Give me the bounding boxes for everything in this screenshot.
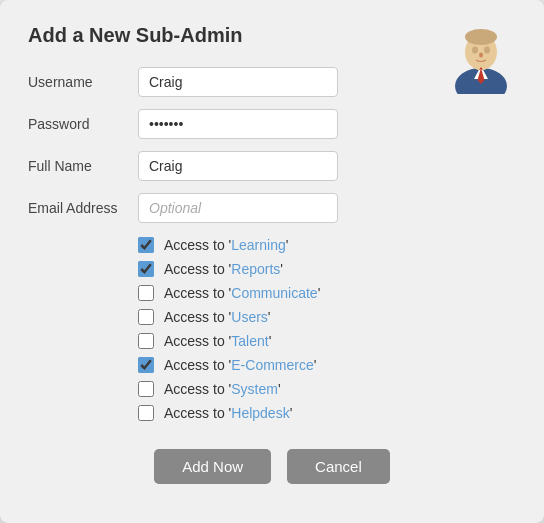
svg-point-5 <box>484 47 490 54</box>
email-row: Email Address <box>28 193 516 223</box>
checkbox-reports[interactable]: Access to 'Reports' <box>138 261 516 277</box>
checkbox-system[interactable]: Access to 'System' <box>138 381 516 397</box>
checkbox-reports-input[interactable] <box>138 261 154 277</box>
checkbox-ecommerce-input[interactable] <box>138 357 154 373</box>
checkbox-system-input[interactable] <box>138 381 154 397</box>
dialog-title: Add a New Sub-Admin <box>28 24 516 47</box>
checkbox-communicate[interactable]: Access to 'Communicate' <box>138 285 516 301</box>
username-input[interactable] <box>138 67 338 97</box>
fullname-label: Full Name <box>28 158 138 174</box>
svg-point-6 <box>479 53 483 58</box>
svg-point-4 <box>472 47 478 54</box>
buttons-row: Add Now Cancel <box>28 449 516 484</box>
svg-point-9 <box>465 29 497 45</box>
checkbox-ecommerce[interactable]: Access to 'E-Commerce' <box>138 357 516 373</box>
fullname-input[interactable] <box>138 151 338 181</box>
email-input[interactable] <box>138 193 338 223</box>
add-subadmin-dialog: Add a New Sub-Admin Us <box>0 0 544 523</box>
password-row: Password <box>28 109 516 139</box>
password-label: Password <box>28 116 138 132</box>
checkbox-learning-input[interactable] <box>138 237 154 253</box>
checkbox-communicate-input[interactable] <box>138 285 154 301</box>
avatar <box>446 24 516 94</box>
checkbox-learning[interactable]: Access to 'Learning' <box>138 237 516 253</box>
checkbox-helpdesk-input[interactable] <box>138 405 154 421</box>
checkbox-talent-input[interactable] <box>138 333 154 349</box>
fullname-row: Full Name <box>28 151 516 181</box>
email-label: Email Address <box>28 200 138 216</box>
permissions-section: Access to 'Learning' Access to 'Reports'… <box>138 237 516 421</box>
checkbox-users[interactable]: Access to 'Users' <box>138 309 516 325</box>
username-row: Username <box>28 67 516 97</box>
add-now-button[interactable]: Add Now <box>154 449 271 484</box>
password-input[interactable] <box>138 109 338 139</box>
checkbox-talent[interactable]: Access to 'Talent' <box>138 333 516 349</box>
username-label: Username <box>28 74 138 90</box>
cancel-button[interactable]: Cancel <box>287 449 390 484</box>
checkbox-users-input[interactable] <box>138 309 154 325</box>
checkbox-helpdesk[interactable]: Access to 'Helpdesk' <box>138 405 516 421</box>
